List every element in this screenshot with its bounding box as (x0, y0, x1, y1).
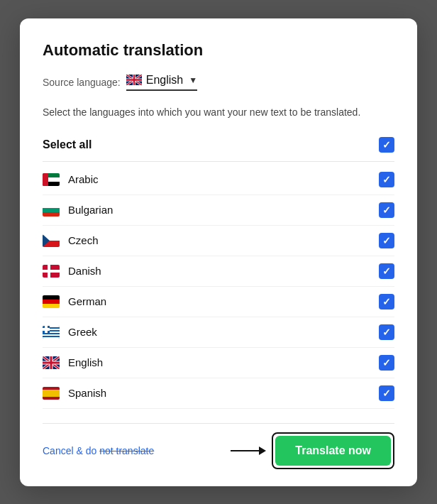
svg-rect-25 (43, 328, 50, 331)
language-row[interactable]: German (43, 287, 394, 317)
select-all-row[interactable]: Select all (43, 131, 394, 158)
language-name: Greek (68, 326, 97, 338)
translate-btn-wrapper: Translate now (272, 432, 394, 469)
language-row[interactable]: Danish (43, 256, 394, 287)
language-checkbox[interactable] (379, 324, 394, 340)
language-checkbox[interactable] (379, 233, 394, 248)
strikethrough-text: not translate (99, 445, 154, 456)
language-name: Spanish (68, 387, 106, 399)
divider (43, 161, 394, 162)
svg-rect-6 (43, 208, 60, 212)
svg-rect-14 (43, 295, 60, 300)
language-selector-dropdown[interactable]: English ▼ (126, 74, 197, 91)
svg-rect-29 (43, 397, 60, 400)
arrow-head (259, 447, 266, 455)
uk-flag-icon (126, 75, 142, 85)
language-row[interactable]: Bulgarian (43, 195, 394, 226)
source-language-row: Source language: English ▼ (43, 74, 394, 91)
language-checkbox[interactable] (379, 355, 394, 371)
language-name: Arabic (68, 173, 99, 185)
language-checkbox[interactable] (379, 202, 394, 218)
translate-now-button[interactable]: Translate now (275, 436, 391, 466)
svg-rect-27 (43, 387, 60, 390)
language-checkbox[interactable] (379, 385, 394, 401)
modal-footer: Cancel & do not translate Translate now (43, 423, 394, 469)
language-checkbox[interactable] (379, 172, 394, 187)
modal-title: Automatic translation (43, 41, 394, 60)
svg-rect-16 (43, 304, 60, 308)
languages-list: Arabic Bulgarian (40, 165, 397, 409)
czech-flag-icon (43, 234, 60, 247)
language-name: English (68, 356, 103, 368)
language-row[interactable]: Greek (43, 317, 394, 348)
svg-rect-13 (43, 270, 60, 273)
modal-container: Automatic translation Source language: E… (20, 18, 417, 486)
language-checkbox[interactable] (379, 294, 394, 309)
source-language-label: Source language: (43, 77, 121, 88)
greek-flag-icon (43, 326, 60, 339)
svg-rect-5 (43, 204, 60, 208)
svg-rect-28 (43, 390, 60, 397)
arabic-flag-icon (43, 173, 60, 186)
arrow-line (231, 450, 259, 451)
svg-rect-15 (43, 300, 60, 304)
select-all-checkbox[interactable] (379, 137, 394, 153)
select-all-label: Select all (43, 138, 92, 151)
svg-rect-21 (43, 334, 60, 336)
arrow-indicator (231, 447, 266, 455)
description-text: Select the languages into which you want… (43, 105, 394, 120)
language-name: Bulgarian (68, 204, 113, 216)
svg-rect-22 (43, 337, 60, 339)
danish-flag-icon (43, 265, 60, 278)
bulgarian-flag-icon (43, 204, 60, 217)
selected-language-text: English (146, 74, 183, 87)
svg-rect-4 (43, 173, 48, 186)
german-flag-icon (43, 295, 60, 308)
language-row[interactable]: English (43, 348, 394, 378)
language-name: Czech (68, 234, 99, 246)
language-row[interactable]: Spanish (43, 378, 394, 409)
language-name: Danish (68, 265, 101, 277)
spanish-flag-icon (43, 387, 60, 400)
svg-rect-7 (43, 212, 60, 217)
cancel-link[interactable]: Cancel & do not translate (43, 445, 154, 456)
chevron-down-icon: ▼ (189, 75, 197, 85)
language-checkbox[interactable] (379, 263, 394, 279)
english-flag-icon (43, 356, 60, 369)
language-name: German (68, 295, 106, 307)
language-row[interactable]: Czech (43, 226, 394, 256)
language-row[interactable]: Arabic (43, 165, 394, 195)
